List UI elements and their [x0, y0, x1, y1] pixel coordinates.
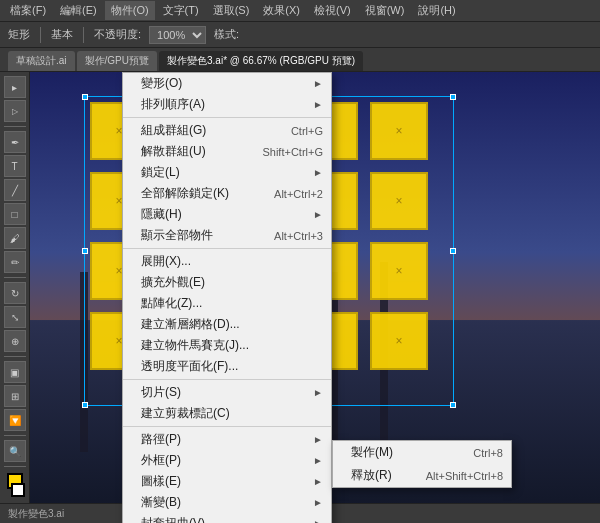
menu-file[interactable]: 檔案(F)	[4, 1, 52, 20]
menu-bar: 檔案(F) 編輯(E) 物件(O) 文字(T) 選取(S) 效果(X) 檢視(V…	[0, 0, 600, 22]
tabs-row: 草稿設計.ai 製作/GPU預覽 製作變色3.ai* @ 66.67% (RGB…	[0, 48, 600, 72]
menu-unlock-all[interactable]: 全部解除鎖定(K) Alt+Ctrl+2	[123, 183, 331, 204]
menu-lock[interactable]: 鎖定(L) ►	[123, 162, 331, 183]
menu-flatten[interactable]: 透明度平面化(F)...	[123, 356, 331, 377]
tool-gradient[interactable]: ▣	[4, 361, 26, 383]
menu-slice[interactable]: 切片(S) ►	[123, 382, 331, 403]
shape-tool-label: 矩形	[4, 25, 34, 44]
tool-blend[interactable]: ⊕	[4, 330, 26, 352]
menu-view[interactable]: 檢視(V)	[308, 1, 357, 20]
tab-active[interactable]: 製作變色3.ai* @ 66.67% (RGB/GPU 預覽)	[159, 51, 363, 71]
mode-label: 基本	[47, 25, 77, 44]
tool-stroke[interactable]	[11, 483, 25, 497]
menu-show-all[interactable]: 顯示全部物件 Alt+Ctrl+3	[123, 225, 331, 246]
tool-zoom[interactable]: 🔍	[4, 440, 26, 462]
menu-gradient-mesh[interactable]: 建立漸層網格(D)...	[123, 314, 331, 335]
tool-separator-5	[4, 466, 26, 467]
menu-mosaic[interactable]: 建立物件馬賽克(J)...	[123, 335, 331, 356]
tool-rotate[interactable]: ↻	[4, 282, 26, 304]
menu-sep-4	[123, 426, 331, 427]
tool-separator-3	[4, 356, 26, 357]
menu-envelope[interactable]: 封套扭曲(V) ►	[123, 513, 331, 523]
menu-select[interactable]: 選取(S)	[207, 1, 256, 20]
canvas-area: 變形(O) ► 排列順序(A) ► 組成群組(G) Ctrl+G 解散群組(U)…	[30, 72, 600, 523]
menu-edit[interactable]: 編輯(E)	[54, 1, 103, 20]
tool-scale[interactable]: ⤡	[4, 306, 26, 328]
menu-sep-1	[123, 117, 331, 118]
toolbar-separator	[40, 27, 41, 43]
menu-outline[interactable]: 外框(P) ►	[123, 450, 331, 471]
menu-trim-marks[interactable]: 建立剪裁標記(C)	[123, 403, 331, 424]
toolbar: 矩形 基本 不透明度: 100% 樣式:	[0, 22, 600, 48]
tool-rect[interactable]: □	[4, 203, 26, 225]
tool-mesh[interactable]: ⊞	[4, 385, 26, 407]
tool-select[interactable]: ▸	[4, 76, 26, 98]
menu-sep-3	[123, 379, 331, 380]
tool-direct-select[interactable]: ▷	[4, 100, 26, 122]
menu-object[interactable]: 物件(O)	[105, 1, 155, 20]
tool-line[interactable]: ╱	[4, 179, 26, 201]
submenu-compound-path: 製作(M) Ctrl+8 釋放(R) Alt+Shift+Ctrl+8	[332, 440, 512, 488]
submenu-release[interactable]: 釋放(R) Alt+Shift+Ctrl+8	[333, 464, 511, 487]
tool-separator-2	[4, 277, 26, 278]
menu-effect[interactable]: 效果(X)	[257, 1, 306, 20]
main-area: ▸ ▷ ✒ T ╱ □ 🖌 ✏ ↻ ⤡ ⊕ ▣ ⊞ 🔽 🔍	[0, 72, 600, 523]
tab-draft[interactable]: 草稿設計.ai	[8, 51, 75, 71]
menu-sep-2	[123, 248, 331, 249]
tool-separator	[4, 126, 26, 127]
menu-path[interactable]: 路徑(P) ►	[123, 429, 331, 450]
opacity-label: 不透明度:	[90, 25, 145, 44]
toolbox: ▸ ▷ ✒ T ╱ □ 🖌 ✏ ↻ ⤡ ⊕ ▣ ⊞ 🔽 🔍	[0, 72, 30, 523]
menu-rasterize[interactable]: 點陣化(Z)...	[123, 293, 331, 314]
submenu-make[interactable]: 製作(M) Ctrl+8	[333, 441, 511, 464]
menu-arrange[interactable]: 排列順序(A) ►	[123, 94, 331, 115]
tab-gpu[interactable]: 製作/GPU預覽	[77, 51, 157, 71]
opacity-select[interactable]: 100%	[149, 26, 206, 44]
menu-expand-appearance[interactable]: 擴充外觀(E)	[123, 272, 331, 293]
tool-pen[interactable]: ✒	[4, 131, 26, 153]
menu-group[interactable]: 組成群組(G) Ctrl+G	[123, 120, 331, 141]
tool-type[interactable]: T	[4, 155, 26, 177]
style-label: 樣式:	[210, 25, 243, 44]
tool-eyedropper[interactable]: 🔽	[4, 409, 26, 431]
dropdown-menu: 變形(O) ► 排列順序(A) ► 組成群組(G) Ctrl+G 解散群組(U)…	[122, 72, 332, 523]
menu-pattern[interactable]: 圖樣(E) ►	[123, 471, 331, 492]
menu-transform[interactable]: 變形(O) ►	[123, 73, 331, 94]
menu-ungroup[interactable]: 解散群組(U) Shift+Ctrl+G	[123, 141, 331, 162]
tool-separator-4	[4, 435, 26, 436]
menu-help[interactable]: 說明(H)	[412, 1, 461, 20]
menu-blend[interactable]: 漸變(B) ►	[123, 492, 331, 513]
menu-window[interactable]: 視窗(W)	[359, 1, 411, 20]
tool-paintbrush[interactable]: 🖌	[4, 227, 26, 249]
tool-pencil[interactable]: ✏	[4, 251, 26, 273]
menu-type[interactable]: 文字(T)	[157, 1, 205, 20]
context-menu-overlay: 變形(O) ► 排列順序(A) ► 組成群組(G) Ctrl+G 解散群組(U)…	[30, 72, 600, 523]
toolbar-separator-2	[83, 27, 84, 43]
menu-expand[interactable]: 展開(X)...	[123, 251, 331, 272]
menu-hide[interactable]: 隱藏(H) ►	[123, 204, 331, 225]
